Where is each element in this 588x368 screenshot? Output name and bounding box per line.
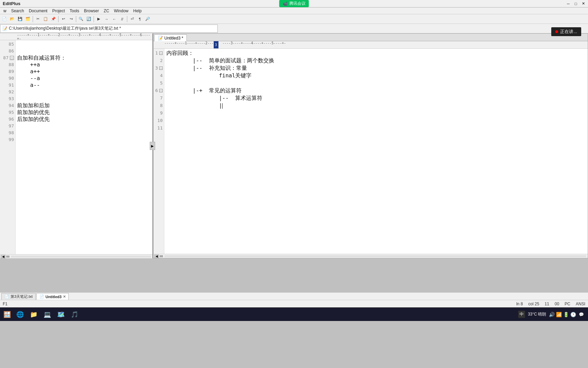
menu-bar: w Search Document Project Tools Browser … <box>0 7 588 14</box>
undo-button[interactable]: ↩ <box>60 15 67 23</box>
scroll-left-arrow[interactable]: ◀ <box>1 255 5 258</box>
fold-marker-1[interactable]: □ <box>159 51 163 55</box>
line-num-97: 97 <box>0 123 14 129</box>
fold-marker-87[interactable]: □ <box>10 56 14 60</box>
bottom-tab-untitled3-label: Untitled3 <box>46 295 62 299</box>
tab-untitled3[interactable]: 📝 Untitled3 * <box>154 34 187 41</box>
rln-9: 9 <box>153 109 163 117</box>
status-bar: F1 ln 8 col 25 11 00 PC ANSI <box>0 300 588 307</box>
tab-icon: 📝 <box>158 36 163 41</box>
rln-7: 7 <box>153 94 163 102</box>
fold-marker-3[interactable]: □ <box>159 66 163 70</box>
right-line-numbers: 1□ 2 3□ 4 5 6□ 7 8 9 10 11 <box>153 49 164 254</box>
panel-collapse-arrow[interactable]: ▶ <box>150 142 155 150</box>
statusbar-left: F1 <box>3 302 7 306</box>
folder-button[interactable]: 📁 <box>27 309 40 320</box>
start-button[interactable]: 🪟 <box>1 309 13 320</box>
right-horizontal-scrollbar[interactable]: ◀ <box>153 254 588 258</box>
music-icon: 🎵 <box>71 311 78 318</box>
window-controls: ─ □ ✕ <box>565 1 587 6</box>
indent-button[interactable]: → <box>103 15 110 23</box>
system-tray: 中 33°C 晴朗 🔊 📶 🔋 🕐 💬 <box>518 311 587 318</box>
save-button[interactable]: 💾 <box>16 15 24 23</box>
bottom-tab-notes[interactable]: 📄 第3天笔记.txt <box>1 293 36 300</box>
bottom-tab-notes-icon: 📄 <box>4 294 9 299</box>
right-editor-body[interactable]: 1□ 2 3□ 4 5 6□ 7 8 9 10 11 内容回顾： |-- 简单的… <box>153 49 588 254</box>
outdent-button[interactable]: ← <box>111 15 118 23</box>
left-line-85 <box>17 41 151 48</box>
redo-button[interactable]: ↪ <box>67 15 75 23</box>
rln-10: 10 <box>153 117 163 124</box>
scroll-track[interactable] <box>11 256 151 258</box>
left-editor-content[interactable]: 自加和自减运算符： ++a a++ --a a-- 前加加和后加 前加加的优先 … <box>16 40 152 254</box>
left-line-89: a++ <box>17 68 151 75</box>
left-line-numbers: 85 86 87□ 88 89 90 91 92 93 94 95 96 97 … <box>0 40 16 254</box>
find-button[interactable]: 🔍 <box>77 15 85 23</box>
right-scroll-track[interactable] <box>164 255 586 257</box>
line-num-96: 96 <box>0 116 14 123</box>
new-button[interactable]: 📄 <box>1 15 8 23</box>
computer-button[interactable]: 💻 <box>41 309 54 320</box>
bottom-tab-untitled3[interactable]: 📄 Untitled3 ✕ <box>36 293 69 300</box>
copy-button[interactable]: 📋 <box>42 15 49 23</box>
right-line-2: |-- 简单的面试题：两个数交换 <box>166 57 586 64</box>
close-button[interactable]: ✕ <box>580 1 587 6</box>
left-ruler: -----+----1----+----2----+----3----+----… <box>0 33 152 40</box>
left-line-92 <box>17 89 151 95</box>
left-line-94: 前加加和后加 <box>17 102 151 109</box>
computer-icon: 💻 <box>44 311 51 318</box>
tencent-meeting-button[interactable]: 📹 腾讯会议 <box>279 0 309 7</box>
scroll-position-indicator <box>6 256 10 258</box>
left-ruler-marks: -----+----1----+----2----+----3----+----… <box>17 33 152 40</box>
wordwrap-button[interactable]: ⏎ <box>128 15 136 23</box>
menu-help[interactable]: Help <box>131 8 144 14</box>
open-button[interactable]: 📂 <box>9 15 16 23</box>
menu-window[interactable]: Window <box>112 8 131 14</box>
menu-zc[interactable]: ZC <box>102 8 111 14</box>
comment-button[interactable]: // <box>118 15 126 23</box>
save-all-button[interactable]: 🗂️ <box>24 15 32 23</box>
right-panel-wrapper: 📝 Untitled3 * -----+----1----+----2----+… <box>153 33 588 258</box>
filepath-text: C:\Users\liujianhong\Desktop\最近工作\java s… <box>9 26 121 31</box>
menu-project[interactable]: Project <box>50 8 67 14</box>
encoding-indicator: ANSI <box>576 302 585 306</box>
maximize-button[interactable]: □ <box>572 1 579 6</box>
run-button[interactable]: ▶ <box>95 15 102 23</box>
replace-button[interactable]: 🔄 <box>85 15 93 23</box>
cut-button[interactable]: ✂ <box>34 15 42 23</box>
ime-indicator[interactable]: 中 <box>518 311 525 318</box>
line-num-85: 85 <box>0 41 14 48</box>
toolbar-sep-1 <box>33 16 33 22</box>
right-scroll-left-arrow[interactable]: ◀ <box>154 255 159 258</box>
text-cursor <box>222 103 223 109</box>
menu-browser[interactable]: Browser <box>82 8 101 14</box>
map-button[interactable]: 🗺️ <box>54 309 67 320</box>
map-icon: 🗺️ <box>57 311 65 318</box>
menu-w[interactable]: w <box>1 8 9 14</box>
minimize-button[interactable]: ─ <box>565 1 572 6</box>
rln-2: 2 <box>153 57 163 64</box>
browser-button[interactable]: 🌐 <box>14 309 27 320</box>
left-editor-body[interactable]: 85 86 87□ 88 89 90 91 92 93 94 95 96 97 … <box>0 40 152 254</box>
left-horizontal-scrollbar[interactable]: ◀ <box>0 254 152 258</box>
folder-icon: 📁 <box>30 311 37 318</box>
notification-center[interactable]: 💬 <box>579 312 584 317</box>
zoom-in-button[interactable]: 🔎 <box>144 15 151 23</box>
right-editor-content[interactable]: 内容回顾： |-- 简单的面试题：两个数交换 |-- 补充知识：常量 final… <box>164 49 588 254</box>
fold-marker-6[interactable]: □ <box>159 89 163 92</box>
col-indicator: col 25 <box>528 302 539 306</box>
left-line-93 <box>17 95 151 102</box>
title-bar: EditPlus 📹 腾讯会议 ─ □ ✕ <box>0 0 588 7</box>
line-num-88: 88 <box>0 61 14 68</box>
titlebar-center: 📹 腾讯会议 <box>279 0 309 7</box>
bottom-tab-untitled3-close[interactable]: ✕ <box>63 295 66 298</box>
menu-document[interactable]: Document <box>27 8 50 14</box>
paste-button[interactable]: 📌 <box>50 15 57 23</box>
right-line-3: |-- 补充知识：常量 <box>166 64 586 72</box>
line-num-87: 87□ <box>0 55 14 61</box>
music-button[interactable]: 🎵 <box>68 309 81 320</box>
rln-1: 1□ <box>153 49 163 57</box>
menu-tools[interactable]: Tools <box>68 8 81 14</box>
whitespace-button[interactable]: ¶ <box>136 15 144 23</box>
menu-search[interactable]: Search <box>9 8 26 14</box>
